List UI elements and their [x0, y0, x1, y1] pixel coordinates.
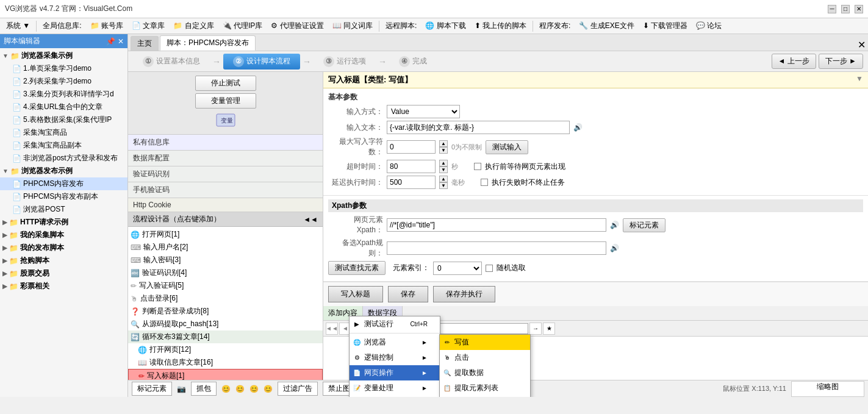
menu-script-dl[interactable]: 🌐 脚本下载 [421, 20, 469, 32]
menu-custom[interactable]: 📁 自定义库 [170, 20, 217, 32]
max-chars-input[interactable] [387, 140, 436, 154]
ctx-var[interactable]: 📝 变量处理 ► [350, 380, 440, 396]
input-method-select[interactable]: Value [387, 105, 460, 118]
toolbar-go-btn[interactable]: → [529, 323, 542, 335]
tab-close-btn[interactable]: ✕ [858, 39, 866, 51]
save-btn[interactable]: 保存 [388, 286, 428, 302]
tree-group-lottery[interactable]: ▶ 📁 彩票相关 [0, 280, 127, 293]
tree-item-5[interactable]: 📄 5.表格数据采集(采集代理IP [0, 113, 127, 126]
menu-proxy[interactable]: 🔌 代理IP库 [219, 20, 267, 32]
db-config-btn[interactable]: 数据库配置 [133, 154, 170, 162]
phone-btn[interactable]: 手机验证码 [133, 185, 170, 194]
variable-mgr-btn[interactable]: 变量管理 [195, 93, 256, 109]
menu-system[interactable]: 系统 ▼ [2, 20, 34, 32]
ctx-logic[interactable]: ⚙ 逻辑控制 ► [350, 350, 440, 365]
timeout-down[interactable]: ▼ [439, 166, 448, 173]
flow-item-read-db[interactable]: 📖 读取信息库文章[16] [128, 356, 323, 369]
toolbar-back-btn[interactable]: ◄◄ [326, 323, 338, 335]
tree-item-4[interactable]: 📄 4.采集URL集合中的文章 [0, 101, 127, 113]
step-2[interactable]: ② 设计脚本流程 [223, 54, 300, 70]
stop-test-btn[interactable]: 停止测试 [195, 76, 256, 91]
tree-item-nonbrowser[interactable]: 📄 非浏览器post方式登录和发布 [0, 152, 127, 165]
flow-item-loop[interactable]: 🔄 循环发布3篇文章[14] [128, 330, 323, 343]
tree-group-my-publish[interactable]: ▶ 📁 我的发布脚本 [0, 241, 127, 254]
filter-ads-btn[interactable]: 过滤广告 [278, 382, 318, 396]
max-chars-down[interactable]: ▼ [439, 147, 448, 154]
private-db-btn[interactable]: 私有信息库 [133, 138, 170, 146]
toolbar-bookmark-btn[interactable]: ★ [543, 323, 555, 335]
minimize-btn[interactable]: ─ [828, 5, 836, 13]
flow-item-input-pwd[interactable]: ⌨ 输入密码[3] [128, 254, 323, 266]
tree-item-taobao-goods[interactable]: 📄 采集淘宝商品 [0, 126, 127, 139]
menu-accounts[interactable]: 📁 账号库 [87, 20, 127, 32]
exec-fail-checkbox[interactable] [481, 179, 488, 186]
tree-item-2[interactable]: 📄 2.列表采集学习demo [0, 75, 127, 88]
ctx-webops[interactable]: 📄 网页操作 ► [350, 365, 440, 380]
tree-item-taobao-copy[interactable]: 📄 采集淘宝商品副本 [0, 139, 127, 152]
delay-down[interactable]: ▼ [439, 182, 448, 189]
captcha-btn[interactable]: 验证码识别 [133, 170, 170, 178]
mark-element-status-btn[interactable]: 标记元素 [132, 382, 172, 396]
timeout-up[interactable]: ▲ [439, 160, 448, 166]
max-chars-up[interactable]: ▲ [439, 140, 448, 147]
step-4[interactable]: ④ 完成 [389, 54, 437, 70]
flow-item-open-page2[interactable]: 🌐 打开网页[12] [128, 343, 323, 356]
tree-item-phpcms[interactable]: 📄 PHPCMS内容发布 [0, 177, 127, 190]
save-exec-btn[interactable]: 保存并执行 [433, 286, 495, 302]
webops-extract-source[interactable]: 📄 从源码提取 [440, 396, 530, 397]
xpath-input[interactable] [387, 218, 606, 232]
tree-item-browser-post[interactable]: 📄 浏览器POST [0, 203, 127, 216]
tree-group-http[interactable]: ▶ 📁 HTTP请求示例 [0, 216, 127, 229]
tab-phpcms[interactable]: 脚本：PHPCMS内容发布 [160, 35, 256, 51]
webops-write-value[interactable]: ✏ 写值 [440, 335, 530, 350]
pin-icon[interactable]: 📌 [106, 37, 115, 46]
tree-group-stocks[interactable]: ▶ 📁 股票交易 [0, 267, 127, 280]
step-1[interactable]: ① 设置基本信息 [133, 54, 210, 70]
ctx-email[interactable]: ✉ Email处理 ► [350, 396, 440, 397]
webops-extract-data[interactable]: 🔍 提取数据 [440, 365, 530, 380]
tree-item-3[interactable]: 📄 3.采集分页列表和详情学习d [0, 88, 127, 101]
menu-dl-mgr[interactable]: ⬇ 下载管理器 [639, 20, 691, 32]
mark-element-btn[interactable]: 标记元素 [623, 218, 665, 232]
write-title-btn[interactable]: 写入标题 [328, 286, 383, 302]
cookie-btn[interactable]: Http Cookie [133, 201, 171, 209]
tree-group-my-collect[interactable]: ▶ 📁 我的采集脚本 [0, 229, 127, 241]
close-panel-btn[interactable]: ✕ [118, 37, 124, 46]
delay-input[interactable] [387, 176, 436, 189]
tree-item-phpcms-copy[interactable]: 📄 PHPCMS内容发布副本 [0, 190, 127, 203]
element-index-select[interactable]: 0 [433, 262, 482, 275]
step-3[interactable]: ③ 运行选项 [314, 54, 376, 70]
delay-up[interactable]: ▲ [439, 176, 448, 182]
tree-group-browser-publish[interactable]: ▼ 📁 浏览器发布示例 [0, 165, 127, 177]
menu-synonyms[interactable]: 📖 同义词库 [329, 20, 376, 32]
backup-xpath-input[interactable] [387, 241, 606, 255]
xpath-noise-icon[interactable]: 🔊 [610, 221, 619, 229]
flow-item-write-captcha[interactable]: ✏ 写入验证码[5] [128, 279, 323, 292]
ctx-test-run[interactable]: ▶ 测试运行 Ctrl+R [350, 316, 440, 332]
webops-extract-list[interactable]: 📋 提取元素列表 [440, 380, 530, 396]
random-select-checkbox[interactable] [486, 265, 493, 272]
capture-btn[interactable]: 抓包 [191, 382, 217, 396]
flow-item-click-login[interactable]: 🖱 点击登录[6] [128, 292, 323, 305]
menu-proxy-settings[interactable]: ⚙ 代理验证设置 [267, 20, 327, 32]
tree-group-browser-collect[interactable]: ▼ 📁 浏览器采集示例 [0, 49, 127, 62]
menu-gen-exe[interactable]: 🔧 生成EXE文件 [575, 20, 637, 32]
exec-wait-checkbox[interactable] [474, 163, 481, 170]
menu-forum[interactable]: 💬 论坛 [692, 20, 725, 32]
flow-item-captcha[interactable]: 🔤 验证码识别[4] [128, 266, 323, 279]
flow-item-get-hash[interactable]: 🔍 从源码提取pc_hash[13] [128, 318, 323, 330]
noise-icon[interactable]: 🔊 [573, 123, 583, 132]
tree-group-grab[interactable]: ▶ 📁 抢购脚本 [0, 254, 127, 267]
close-btn[interactable]: ✕ [855, 5, 863, 13]
test-find-btn[interactable]: 测试查找元素 [328, 261, 386, 275]
flow-collapse-btn[interactable]: ◄◄ [303, 215, 318, 224]
tree-item-1[interactable]: 📄 1.单页采集学习demo [0, 62, 127, 75]
ctx-browser[interactable]: 🌐 浏览器 ► [350, 335, 440, 350]
webops-click[interactable]: 🖱 点击 [440, 350, 530, 365]
next-step-btn[interactable]: 下一步 ► [819, 54, 863, 69]
test-input-btn[interactable]: 测试输入 [486, 140, 528, 154]
tab-home[interactable]: 主页 [131, 36, 159, 51]
prev-step-btn[interactable]: ◄ 上一步 [772, 54, 816, 69]
input-text-field[interactable] [387, 121, 570, 134]
timeout-input[interactable] [387, 160, 436, 173]
